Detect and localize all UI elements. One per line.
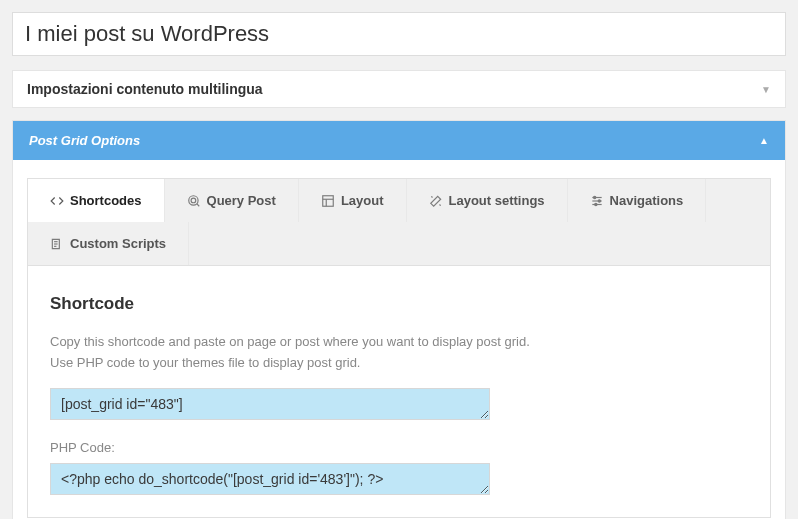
multilingual-metabox-title: Impostazioni contenuto multilingua <box>27 81 263 97</box>
tab-layout-settings-label: Layout settings <box>449 193 545 208</box>
wand-icon <box>429 194 443 208</box>
tab-shortcodes[interactable]: Shortcodes <box>28 179 165 222</box>
tab-layout[interactable]: Layout <box>299 179 407 222</box>
multilingual-metabox-header[interactable]: Impostazioni contenuto multilingua ▼ <box>13 71 785 107</box>
svg-rect-3 <box>323 195 334 206</box>
svg-point-11 <box>593 196 595 198</box>
php-code-field[interactable] <box>50 463 490 495</box>
post-grid-options-header[interactable]: Post Grid Options ▲ <box>13 121 785 160</box>
tab-layout-settings[interactable]: Layout settings <box>407 179 568 222</box>
tab-query-post-label: Query Post <box>207 193 276 208</box>
tabs: Shortcodes Query Post Layout Layout sett… <box>27 178 771 266</box>
svg-line-7 <box>439 204 440 205</box>
post-grid-options-body: Shortcodes Query Post Layout Layout sett… <box>13 160 785 519</box>
shortcode-heading: Shortcode <box>50 294 748 314</box>
svg-line-6 <box>431 196 432 197</box>
svg-point-0 <box>191 198 196 203</box>
code-icon <box>50 194 64 208</box>
shortcode-description: Copy this shortcode and paste on page or… <box>50 332 748 374</box>
script-icon <box>50 237 64 251</box>
tab-query-post[interactable]: Query Post <box>165 179 299 222</box>
tab-custom-scripts-label: Custom Scripts <box>70 236 166 251</box>
tab-layout-label: Layout <box>341 193 384 208</box>
tab-navigations[interactable]: Navigations <box>568 179 707 222</box>
tab-shortcodes-label: Shortcodes <box>70 193 142 208</box>
chevron-down-icon: ▼ <box>761 84 771 95</box>
post-title-input[interactable] <box>12 12 786 56</box>
post-grid-options-title: Post Grid Options <box>29 133 140 148</box>
chevron-up-icon: ▲ <box>759 135 769 146</box>
desc-line-1: Copy this shortcode and paste on page or… <box>50 334 530 349</box>
sliders-icon <box>590 194 604 208</box>
database-icon <box>187 194 201 208</box>
svg-point-13 <box>594 203 596 205</box>
desc-line-2: Use PHP code to your themes file to disp… <box>50 355 360 370</box>
svg-point-1 <box>188 195 197 204</box>
tab-navigations-label: Navigations <box>610 193 684 208</box>
svg-point-12 <box>598 199 600 201</box>
tab-content-shortcodes: Shortcode Copy this shortcode and paste … <box>27 266 771 518</box>
shortcode-field[interactable] <box>50 388 490 420</box>
svg-line-2 <box>196 203 198 205</box>
php-code-label: PHP Code: <box>50 440 748 455</box>
tab-custom-scripts[interactable]: Custom Scripts <box>28 222 189 265</box>
layout-icon <box>321 194 335 208</box>
post-grid-options-panel: Post Grid Options ▲ Shortcodes Query Pos… <box>12 120 786 519</box>
multilingual-metabox: Impostazioni contenuto multilingua ▼ <box>12 70 786 108</box>
